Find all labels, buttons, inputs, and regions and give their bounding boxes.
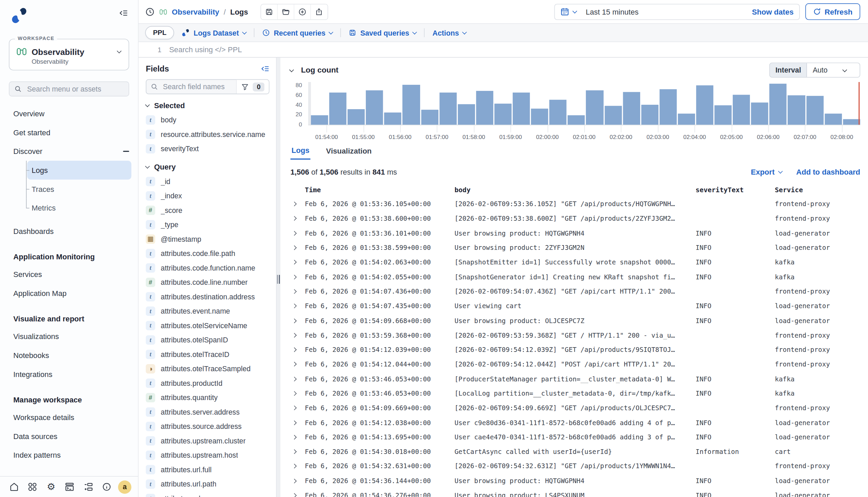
field-item[interactable]: t attributes.otelTraceID (139, 347, 281, 361)
table-row[interactable]: Feb 6, 2026 @ 01:53:46.053+00:00 [Produc… (286, 372, 868, 386)
new-icon[interactable] (294, 4, 311, 19)
field-item[interactable]: t body (139, 113, 281, 127)
expand-row-icon[interactable] (293, 261, 300, 264)
show-dates-button[interactable]: Show dates (752, 8, 794, 16)
expand-row-icon[interactable] (293, 304, 300, 308)
save-icon[interactable] (261, 4, 278, 19)
table-row[interactable]: Feb 6, 2026 @ 01:54:13.695+00:00 User ca… (286, 430, 868, 444)
expand-row-icon[interactable] (293, 421, 300, 424)
query-editor[interactable]: 1 (139, 42, 868, 58)
histogram-bar[interactable] (843, 119, 860, 125)
table-row[interactable]: Feb 6, 2026 @ 01:54:32.631+00:00 [2026-0… (286, 459, 868, 473)
sidebar-item[interactable]: Metrics (27, 198, 131, 217)
histogram-bar[interactable] (549, 99, 567, 124)
expand-row-icon[interactable] (293, 363, 300, 366)
expand-row-icon[interactable] (293, 202, 300, 206)
histogram-bar[interactable] (806, 96, 824, 125)
field-item[interactable]: t attributes.otelSpanID (139, 332, 281, 347)
recent-queries-button[interactable]: Recent queries (262, 28, 332, 37)
field-item[interactable]: # attributes.quantity (139, 390, 281, 405)
sidebar-item[interactable]: Overview (0, 104, 138, 123)
field-item[interactable]: t _index (139, 188, 281, 203)
field-item[interactable]: t severityText (139, 141, 281, 156)
expand-row-icon[interactable] (293, 217, 300, 221)
field-item[interactable]: t attributes.destination.address (139, 289, 281, 304)
histogram-bar[interactable] (329, 93, 346, 124)
sidebar-item[interactable]: Get started (0, 123, 138, 142)
table-row[interactable]: Feb 6, 2026 @ 01:54:09.669+00:00 [2026-0… (286, 401, 868, 415)
filter-funnel-icon[interactable] (241, 83, 249, 90)
histogram-bar[interactable] (531, 109, 548, 125)
histogram-bar[interactable] (825, 114, 842, 125)
histogram-bar[interactable] (586, 90, 603, 125)
histogram-bar[interactable] (770, 83, 787, 125)
table-row[interactable]: Feb 6, 2026 @ 01:53:38.599+00:00 User br… (286, 240, 868, 255)
expand-row-icon[interactable] (293, 290, 300, 293)
refresh-button[interactable]: Refresh (805, 3, 860, 20)
histogram-bar[interactable] (458, 104, 475, 125)
histogram-bar[interactable] (751, 102, 768, 125)
collapse-chart-icon[interactable] (289, 68, 294, 72)
histogram-bar[interactable] (788, 95, 805, 125)
field-item[interactable]: t attributes.code.file.path (139, 246, 281, 261)
table-row[interactable]: Feb 6, 2026 @ 01:54:36.276+00:00 User br… (286, 488, 868, 497)
expand-row-icon[interactable] (293, 392, 300, 395)
sidebar-item[interactable]: Integrations (0, 365, 138, 384)
sidebar-item[interactable]: Manage workspace (0, 391, 138, 408)
sidebar-item[interactable]: Index patterns (0, 445, 138, 465)
open-icon[interactable] (278, 4, 294, 19)
expand-row-icon[interactable] (293, 377, 300, 381)
table-row[interactable]: Feb 6, 2026 @ 01:53:38.600+00:00 [2026-0… (286, 211, 868, 226)
histogram-bar[interactable] (311, 116, 328, 125)
gear-icon[interactable]: ⚙ (44, 480, 58, 494)
table-row[interactable]: Feb 6, 2026 @ 01:54:07.436+00:00 [2026-0… (286, 284, 868, 299)
field-item[interactable]: # attributes.code.line.number (139, 275, 281, 289)
expand-row-icon[interactable] (293, 436, 300, 439)
field-item[interactable]: # _score (139, 203, 281, 217)
saved-queries-button[interactable]: Saved queries (348, 28, 416, 37)
actions-button[interactable]: Actions (433, 28, 466, 37)
table-row[interactable]: Feb 6, 2026 @ 01:54:12.044+00:00 [2026-0… (286, 357, 868, 372)
table-row[interactable]: Feb 6, 2026 @ 01:54:30.018+00:00 GetCart… (286, 444, 868, 459)
sidebar-item[interactable]: Services (0, 265, 138, 284)
sidebar-item[interactable]: Notebooks (0, 346, 138, 365)
histogram-bar[interactable] (714, 105, 732, 125)
histogram-bar[interactable] (513, 93, 530, 124)
column-header-service[interactable]: Service (775, 186, 868, 194)
table-row[interactable]: Feb 6, 2026 @ 01:54:12.038+00:00 User c9… (286, 415, 868, 430)
info-icon[interactable] (99, 480, 114, 494)
histogram-bar[interactable] (347, 109, 365, 125)
sidebar-item[interactable]: Dashboards (0, 222, 138, 241)
field-item[interactable]: t attributes.productId (139, 375, 281, 390)
table-row[interactable]: Feb 6, 2026 @ 01:54:12.039+00:00 [2026-0… (286, 342, 868, 357)
calendar-icon[interactable] (560, 7, 569, 16)
sidebar-item[interactable]: Workspace details (0, 408, 138, 427)
dataset-selector[interactable]: Logs Dataset (182, 28, 246, 37)
histogram-bar[interactable] (439, 93, 457, 124)
field-item[interactable]: t attributes.upstream.cluster (139, 433, 281, 448)
field-item[interactable]: t attributes.code.function.name (139, 260, 281, 275)
workspace-selector[interactable]: WORKSPACE Observability Observability (9, 39, 129, 70)
share-icon[interactable] (311, 4, 327, 19)
expand-row-icon[interactable] (293, 494, 300, 497)
collapse-section-icon[interactable] (123, 151, 129, 152)
field-item[interactable]: t attributes.otelServiceName (139, 318, 281, 332)
field-group-header[interactable]: Selected (139, 98, 281, 113)
field-item[interactable]: t attributes.url.path (139, 477, 281, 491)
table-row[interactable]: Feb 6, 2026 @ 01:54:02.055+00:00 [Snapsh… (286, 270, 868, 284)
apps-grid-icon[interactable] (25, 480, 40, 494)
histogram-bar[interactable] (641, 105, 658, 125)
field-item[interactable]: t _id (139, 174, 281, 188)
table-row[interactable]: Feb 6, 2026 @ 01:53:36.101+00:00 User br… (286, 226, 868, 240)
field-item[interactable]: t attributes.url.query (139, 491, 281, 497)
histogram-bar[interactable] (659, 89, 677, 124)
histogram-bar[interactable] (623, 92, 640, 125)
histogram-bar[interactable] (384, 113, 401, 125)
field-group-header[interactable]: Query (139, 160, 281, 174)
sidebar-item[interactable]: Discover (0, 142, 138, 161)
histogram-bar[interactable] (421, 110, 438, 124)
field-item[interactable]: t attributes.upstream.host (139, 448, 281, 463)
table-row[interactable]: Feb 6, 2026 @ 01:54:02.063+00:00 [Snapsh… (286, 255, 868, 270)
time-range-value[interactable]: Last 15 minutes (586, 8, 638, 16)
field-item[interactable]: t attributes.event.name (139, 304, 281, 318)
